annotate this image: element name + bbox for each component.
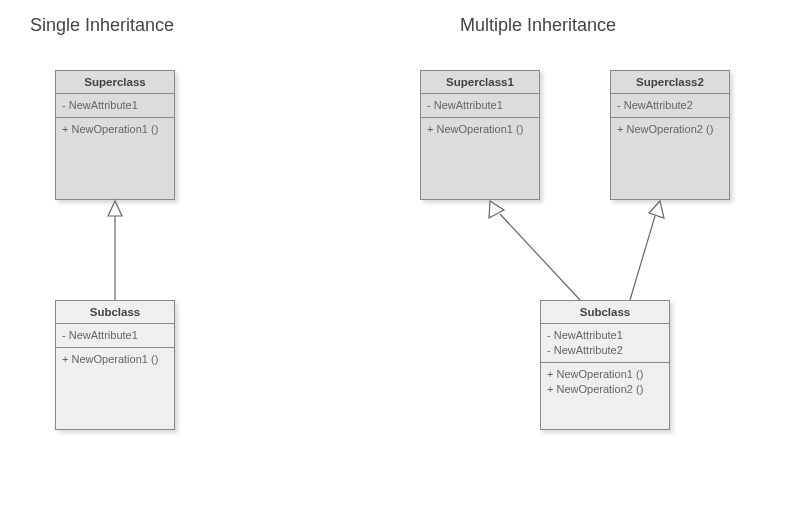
single-subclass-ops: + NewOperation1 () xyxy=(56,348,174,371)
multiple-subclass-op1: + NewOperation1 () xyxy=(547,367,663,382)
single-subclass-box: Subclass - NewAttribute1 + NewOperation1… xyxy=(55,300,175,430)
single-superclass-op1: + NewOperation1 () xyxy=(62,122,168,137)
multiple-superclass1-name: Superclass1 xyxy=(421,71,539,94)
svg-marker-3 xyxy=(489,201,504,218)
multiple-superclass2-name: Superclass2 xyxy=(611,71,729,94)
single-superclass-name: Superclass xyxy=(56,71,174,94)
single-superclass-ops: + NewOperation1 () xyxy=(56,118,174,141)
multiple-superclass1-box: Superclass1 - NewAttribute1 + NewOperati… xyxy=(420,70,540,200)
multiple-superclass1-attrs: - NewAttribute1 xyxy=(421,94,539,118)
single-superclass-box: Superclass - NewAttribute1 + NewOperatio… xyxy=(55,70,175,200)
multiple-superclass2-attr1: - NewAttribute2 xyxy=(617,98,723,113)
single-superclass-attrs: - NewAttribute1 xyxy=(56,94,174,118)
multiple-subclass-name: Subclass xyxy=(541,301,669,324)
multiple-superclass1-ops: + NewOperation1 () xyxy=(421,118,539,141)
single-subclass-attr1: - NewAttribute1 xyxy=(62,328,168,343)
single-superclass-attr1: - NewAttribute1 xyxy=(62,98,168,113)
svg-marker-5 xyxy=(649,201,664,218)
heading-single: Single Inheritance xyxy=(30,15,174,36)
multiple-subclass-op2: + NewOperation2 () xyxy=(547,382,663,397)
single-subclass-attrs: - NewAttribute1 xyxy=(56,324,174,348)
multiple-superclass1-op1: + NewOperation1 () xyxy=(427,122,533,137)
multiple-superclass2-op1: + NewOperation2 () xyxy=(617,122,723,137)
multiple-subclass-attr1: - NewAttribute1 xyxy=(547,328,663,343)
multiple-superclass1-attr1: - NewAttribute1 xyxy=(427,98,533,113)
single-subclass-name: Subclass xyxy=(56,301,174,324)
multiple-superclass2-box: Superclass2 - NewAttribute2 + NewOperati… xyxy=(610,70,730,200)
svg-marker-1 xyxy=(108,201,122,216)
heading-multiple: Multiple Inheritance xyxy=(460,15,616,36)
svg-line-4 xyxy=(630,216,655,300)
single-subclass-op1: + NewOperation1 () xyxy=(62,352,168,367)
svg-line-2 xyxy=(500,214,580,300)
multiple-superclass2-ops: + NewOperation2 () xyxy=(611,118,729,141)
multiple-subclass-ops: + NewOperation1 () + NewOperation2 () xyxy=(541,363,669,401)
multiple-superclass2-attrs: - NewAttribute2 xyxy=(611,94,729,118)
multiple-subclass-attrs: - NewAttribute1 - NewAttribute2 xyxy=(541,324,669,363)
multiple-subclass-attr2: - NewAttribute2 xyxy=(547,343,663,358)
multiple-subclass-box: Subclass - NewAttribute1 - NewAttribute2… xyxy=(540,300,670,430)
